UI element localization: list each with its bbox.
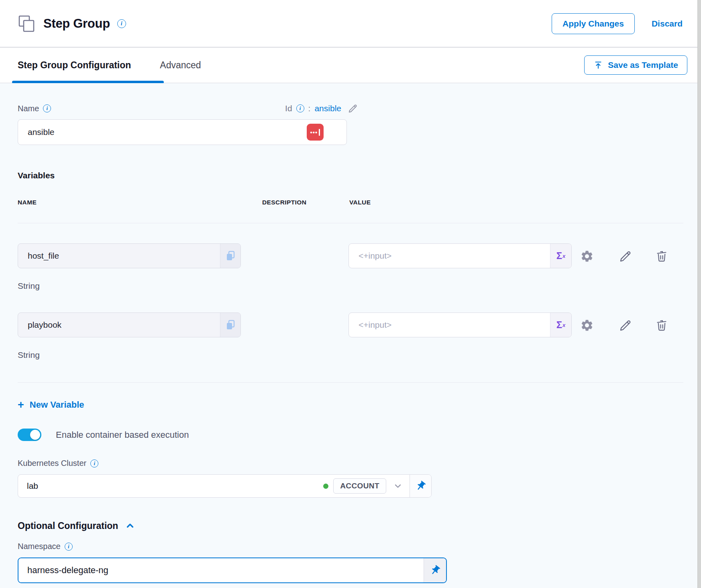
id-value: ansible	[314, 104, 341, 113]
copy-icon[interactable]	[220, 313, 240, 337]
column-header-description: DESCRIPTION	[262, 199, 306, 206]
step-group-panel: Step Group i Apply Changes Discard Step …	[0, 0, 701, 588]
column-header-name: NAME	[18, 199, 37, 206]
step-group-info-icon[interactable]: i	[117, 19, 126, 28]
optional-configuration-heading: Optional Configuration	[18, 521, 118, 531]
panel-scrollbar[interactable]	[697, 0, 701, 588]
step-group-icon	[18, 14, 36, 33]
value-placeholder: <+input>	[349, 244, 550, 268]
expression-icon[interactable]: Σx	[550, 313, 571, 337]
variables-table-header: NAME DESCRIPTION VALUE	[18, 199, 683, 207]
namespace-value: harness-delegate-ng	[18, 558, 424, 582]
tab-step-group-configuration[interactable]: Step Group Configuration	[18, 60, 131, 71]
pin-icon[interactable]	[424, 558, 446, 582]
chevron-up-icon	[124, 520, 136, 531]
entity-id-group: Id i : ansible	[285, 103, 358, 114]
pin-icon[interactable]	[410, 475, 431, 497]
kubernetes-cluster-value: lab	[18, 481, 323, 491]
namespace-label-group: Namespace i	[18, 542, 683, 551]
plus-icon: +	[18, 401, 24, 409]
name-label-group: Name i	[18, 104, 51, 113]
chevron-down-icon[interactable]	[393, 481, 403, 491]
kubernetes-cluster-label-group: Kubernetes Cluster i	[18, 459, 683, 468]
column-header-value: VALUE	[349, 199, 371, 206]
page-title: Step Group	[43, 16, 110, 31]
pencil-icon[interactable]	[618, 249, 633, 263]
id-info-icon[interactable]: i	[296, 104, 304, 112]
edit-id-pencil-icon[interactable]	[348, 103, 358, 114]
table-divider-bottom	[18, 382, 683, 383]
name-label: Name	[18, 104, 39, 113]
variable-type-label: String	[18, 350, 683, 360]
connector-status-dot	[323, 484, 328, 489]
variable-name-field[interactable]: playbook	[18, 312, 241, 337]
gear-icon[interactable]	[580, 249, 594, 263]
enable-container-execution-toggle[interactable]	[18, 429, 41, 441]
variable-name-field[interactable]: host_file	[18, 243, 241, 268]
container-execution-row: Enable container based execution	[18, 429, 683, 441]
id-label: Id	[285, 104, 292, 113]
kubernetes-cluster-info-icon[interactable]: i	[90, 459, 98, 468]
expression-icon[interactable]: Σx	[550, 244, 571, 268]
table-divider-top	[18, 223, 683, 223]
name-info-icon[interactable]: i	[43, 104, 51, 112]
tab-bar: Step Group Configuration Advanced Save a…	[0, 47, 701, 83]
optional-configuration-toggle[interactable]: Optional Configuration	[18, 520, 136, 531]
variable-row-playbook: playbook <+input> Σx	[18, 312, 683, 337]
autofill-icon[interactable]: •••	[307, 124, 324, 141]
variable-value-field[interactable]: <+input> Σx	[348, 312, 572, 337]
kubernetes-cluster-label: Kubernetes Cluster	[18, 459, 86, 468]
save-as-template-button[interactable]: Save as Template	[584, 55, 687, 75]
trash-icon[interactable]	[654, 318, 669, 333]
upload-icon	[593, 60, 603, 70]
trash-icon[interactable]	[654, 249, 669, 263]
tab-advanced[interactable]: Advanced	[160, 60, 201, 71]
scope-badge: ACCOUNT	[333, 478, 386, 494]
copy-icon[interactable]	[220, 244, 240, 268]
variable-row-host-file: host_file <+input> Σx	[18, 243, 683, 268]
id-separator: :	[308, 104, 311, 113]
namespace-input[interactable]: harness-delegate-ng	[18, 557, 447, 583]
panel-header: Step Group i Apply Changes Discard	[0, 0, 701, 47]
namespace-label: Namespace	[18, 542, 61, 551]
pencil-icon[interactable]	[618, 318, 633, 333]
variables-heading: Variables	[18, 171, 683, 180]
step-group-configuration-form: Name i Id i : ansible •••	[0, 83, 701, 588]
toggle-label: Enable container based execution	[56, 430, 189, 440]
variable-value-field[interactable]: <+input> Σx	[348, 243, 572, 268]
apply-changes-button[interactable]: Apply Changes	[552, 13, 635, 34]
discard-button[interactable]: Discard	[652, 19, 683, 29]
value-placeholder: <+input>	[349, 313, 550, 337]
new-variable-button[interactable]: + New Variable	[18, 400, 84, 410]
kubernetes-cluster-select[interactable]: lab ACCOUNT	[18, 474, 432, 498]
variable-type-label: String	[18, 281, 683, 291]
namespace-info-icon[interactable]: i	[65, 543, 73, 551]
gear-icon[interactable]	[580, 318, 594, 333]
name-input[interactable]	[18, 119, 347, 145]
